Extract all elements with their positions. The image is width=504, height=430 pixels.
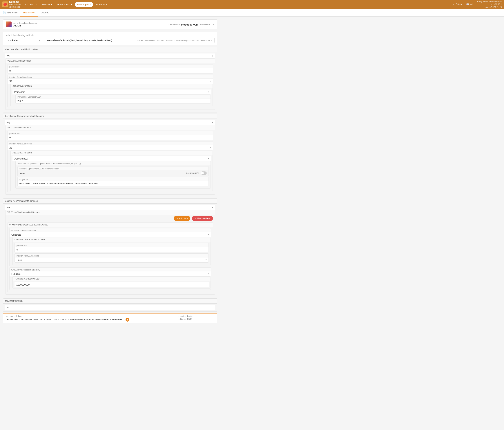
brand-text: Kusama kusama/9430#20,173,592 [9, 0, 21, 8]
dest-interior-select[interactable]: X1 ▾ [8, 79, 213, 84]
asset-id-select[interactable]: Concrete ▾ [9, 232, 211, 237]
fee-value: 0 [5, 305, 215, 310]
encoded-bar: encoded call data 0x630203000010050d1f03… [3, 313, 217, 323]
dest-x1-body: Parachain ▾ Parachain: Compact<u32> 2007 [11, 88, 213, 106]
nav-brand[interactable]: 🔴 Kusama kusama/9430#20,173,592 [2, 0, 21, 8]
encoding-details: encoding details callindex 6302 [178, 315, 215, 320]
asset-concrete-body: parents: u8 0 interior: XcmV3Junctions H… [13, 242, 210, 265]
asset-item-0-block: 0: XcmV3MultiAsset: XcmV3MultiAsset id: … [7, 222, 213, 292]
bene-network-value: None [19, 172, 25, 175]
tab-submission[interactable]: Submission [20, 9, 38, 17]
asset-fun-label: fun: XcmV3MultiassetFungibility [9, 268, 211, 271]
asset-concrete-parents-value: 0 [15, 247, 208, 252]
assets-block: assets: XcmVersionedMultiAssets V3 ▾ V3:… [3, 198, 217, 297]
extrinsics-icon: 📄 [3, 11, 6, 14]
bene-id-value: 0xd43593c715fdd31c61141abd04a99fd6822c85… [18, 181, 208, 186]
bene-parents-label: parents: u8 [8, 131, 213, 135]
balance-value: 9.9999 МКСМ [181, 23, 198, 26]
main-content: using the selected account ALICE free ba… [0, 17, 220, 326]
asset-concrete-interior-container: interior: XcmV3Junctions Here ▾ [15, 253, 209, 262]
wiki-link[interactable]: 📖 Wiki [466, 3, 475, 6]
dest-parachain-container: Parachain: Compact<u32> 2007 [15, 94, 211, 104]
submit-label: submit the following extrinsic [6, 34, 215, 37]
fee-body: 0 [3, 304, 217, 311]
dest-block: dest: XcmVersionedMultiLocation V3 ▾ V3:… [3, 47, 217, 112]
chevron-down-icon: ▾ [212, 122, 213, 124]
assets-header: assets: XcmVersionedMultiAssets [3, 199, 217, 204]
tab-decode[interactable]: Decode [38, 9, 52, 17]
assets-version-select[interactable]: V3 ▾ [5, 205, 215, 210]
bene-x1-select[interactable]: AccountId32 ▾ [12, 156, 211, 161]
asset-fungible-header: Fungible: Compact<u128> [13, 277, 210, 281]
dest-x1-header: X1: XcmV3Junction [11, 84, 213, 88]
remove-item-button[interactable]: － Remove item [192, 216, 213, 221]
nav-network[interactable]: Network ▾ [39, 2, 54, 7]
call-select[interactable]: reserveTransferAssets(dest, beneficiary,… [44, 38, 215, 43]
account-bar: using the selected account ALICE free ba… [3, 19, 217, 29]
beneficiary-v3-block: V3: XcmV3MultiLocation parents: u8 0 int… [5, 125, 215, 195]
chevron-down-icon[interactable]: ▾ [213, 23, 215, 26]
encoding-details-section: encoding details callindex 6302 [178, 315, 215, 320]
balance-label: free balance [169, 23, 180, 26]
minus-icon: － [194, 217, 197, 220]
wiki-icon: 📖 [466, 3, 469, 6]
beneficiary-version-select[interactable]: V3 ▾ [5, 120, 215, 125]
sub-nav: 📄 Extrinsics Submission Decode [0, 9, 504, 17]
include-option-label: include option [186, 172, 199, 174]
callindex-item: callindex 6302 [178, 318, 192, 320]
asset-fun-container: fun: XcmV3MultiassetFungibility Fungible… [9, 267, 211, 290]
asset-item-0-header: 0: XcmV3MultiAsset: XcmV3MultiAsset [8, 223, 213, 227]
avatar [6, 21, 12, 27]
asset-concrete-interior-select[interactable]: Here ▾ [15, 257, 208, 262]
chevron-down-icon: ▾ [39, 39, 40, 42]
bene-x1-block: X1: XcmV3Junction AccountId32 ▾ AccountI… [10, 150, 213, 191]
encoded-section: encoded call data 0x630203000010050d1f03… [6, 315, 175, 322]
pallet-select[interactable]: xcmPallet ▾ [6, 38, 42, 43]
github-icon: ⌥ [452, 3, 455, 6]
chevron-down-icon: ▾ [36, 3, 36, 6]
bene-parents-value: 0 [8, 135, 213, 140]
asset-id-label: id: XcmV3MultiassetAssetId [9, 228, 211, 232]
asset-concrete-parents-container: parents: u8 0 [15, 243, 209, 252]
chevron-down-icon: ▾ [208, 158, 209, 160]
dest-version-select[interactable]: V3 ▾ [5, 54, 215, 58]
encoded-label: encoded call data [6, 315, 175, 317]
dest-header: dest: XcmVersionedMultiLocation [3, 47, 217, 52]
bene-accountid32-body: network: Option<XcmV3JunctionNetworkId> … [16, 165, 210, 188]
dest-v3-block: V3: XcmV3MultiLocation parents: u8 0 int… [5, 58, 215, 110]
chevron-down-icon: ▾ [208, 234, 209, 236]
assets-v3-block: V3: XcmV3MultiassetMultiAssets ＋ Add ite… [5, 210, 215, 295]
beneficiary-block: beneficiary: XcmVersionedMultiLocation V… [3, 113, 217, 197]
asset-item-0-body: id: XcmV3MultiassetAssetId Concrete ▾ Co… [8, 227, 213, 292]
description-text: Transfer some assets from the local chai… [136, 39, 210, 42]
nav-accounts[interactable]: Accounts ▾ [23, 2, 38, 7]
chevron-down-icon: ▾ [210, 147, 211, 149]
beneficiary-body: V3 ▾ V3: XcmV3MultiLocation parents: u8 … [3, 119, 217, 197]
assets-v3-header: V3: XcmV3MultiassetMultiAssets [6, 210, 215, 215]
dest-x1-select[interactable]: Parachain ▾ [12, 90, 211, 94]
bene-include-option-row: None include option [18, 170, 208, 176]
dest-parents-container: parents: u8 0 [7, 64, 213, 74]
nav-settings[interactable]: ⚙ Settings [94, 2, 110, 7]
dest-interior-container: interior: XcmV3Junctions X1 ▾ X1: XcmV3J… [7, 75, 213, 107]
chevron-down-icon: ▾ [206, 259, 207, 261]
beneficiary-v3-body: parents: u8 0 interior: XcmV3Junctions X… [6, 130, 215, 194]
asset-fungible-value: 1000000000 [15, 282, 209, 287]
beneficiary-header: beneficiary: XcmVersionedMultiLocation [3, 114, 217, 119]
github-link[interactable]: ⌥ GitHub [452, 3, 463, 6]
bene-interior-select[interactable]: X1 ▾ [8, 145, 213, 150]
bene-x1-body: AccountId32 ▾ AccountId32: {network: Opt… [11, 155, 213, 191]
add-item-button[interactable]: ＋ Add item [174, 216, 190, 221]
chevron-down-icon: ▾ [51, 3, 52, 6]
asset-fun-select[interactable]: Fungible ▾ [9, 271, 211, 276]
nav-governance[interactable]: Governance ▾ [55, 2, 74, 7]
bene-network-container: network: Option<XcmV3JunctionNetworkId> … [18, 166, 209, 176]
chevron-down-icon: ▾ [212, 55, 213, 57]
nav-items: Accounts ▾ Network ▾ Governance ▾ Develo… [23, 2, 452, 7]
bene-x1-header: X1: XcmV3Junction [11, 150, 213, 155]
asset-concrete-header: Concrete: XcmV3MultiLocation [13, 237, 210, 242]
dest-parachain-label: Parachain: Compact<u32> [16, 95, 210, 99]
include-option-toggle[interactable] [201, 171, 207, 175]
brand-address: kusama/9430#20,173,592 [9, 3, 21, 8]
nav-developer[interactable]: Developer ▾ [75, 2, 93, 7]
